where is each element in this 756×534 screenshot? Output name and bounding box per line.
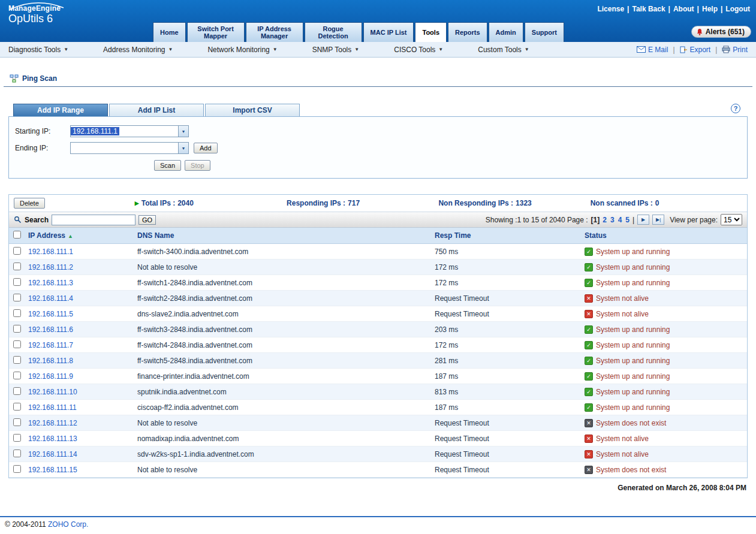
top-link-logout[interactable]: Logout bbox=[725, 5, 750, 13]
stop-button[interactable]: Stop bbox=[185, 160, 210, 171]
column-dns-name[interactable]: DNS Name bbox=[134, 228, 431, 244]
combo-dropdown-icon[interactable]: ▼ bbox=[178, 126, 188, 137]
row-checkbox[interactable] bbox=[13, 372, 21, 379]
last-page-button[interactable]: ▶| bbox=[652, 215, 664, 225]
print-action[interactable]: Print bbox=[722, 46, 748, 54]
top-link-talk-back[interactable]: Talk Back bbox=[632, 5, 665, 13]
row-ip-address[interactable]: 192.168.111.4 bbox=[25, 291, 134, 306]
page-link-2[interactable]: 2 bbox=[603, 216, 607, 224]
nav-tab-mac-ip-list[interactable]: MAC IP List bbox=[363, 22, 414, 42]
go-button[interactable]: GO bbox=[138, 215, 156, 225]
row-resp-time: 172 ms bbox=[431, 337, 581, 353]
row-ip-address[interactable]: 192.168.111.1 bbox=[25, 244, 134, 260]
email-action[interactable]: E Mail bbox=[637, 46, 668, 54]
help-icon[interactable]: ? bbox=[731, 104, 740, 113]
row-ip-address[interactable]: 192.168.111.9 bbox=[25, 369, 134, 384]
row-checkbox[interactable] bbox=[13, 247, 21, 255]
column-label: IP Address bbox=[28, 231, 65, 240]
header-checkbox-cell bbox=[9, 228, 25, 244]
nav-tab-tools[interactable]: Tools bbox=[415, 22, 447, 42]
zoho-link[interactable]: ZOHO Corp. bbox=[48, 520, 88, 529]
row-checkbox[interactable] bbox=[13, 387, 21, 395]
row-checkbox-cell bbox=[9, 275, 25, 291]
row-ip-address[interactable]: 192.168.111.11 bbox=[25, 400, 134, 415]
row-checkbox[interactable] bbox=[13, 434, 21, 442]
row-checkbox[interactable] bbox=[13, 340, 21, 348]
scan-button[interactable]: Scan bbox=[154, 160, 181, 171]
column-ip-address[interactable]: IP Address▲ bbox=[25, 228, 134, 244]
row-ip-address[interactable]: 192.168.111.8 bbox=[25, 353, 134, 369]
row-checkbox[interactable] bbox=[13, 356, 21, 364]
row-ip-address[interactable]: 192.168.111.13 bbox=[25, 431, 134, 446]
view-per-page-select[interactable]: 15 bbox=[721, 214, 742, 225]
nav-tab-switch-port-mapper[interactable]: Switch Port Mapper bbox=[187, 22, 245, 42]
row-status: ✓System up and running bbox=[581, 260, 747, 275]
row-ip-address[interactable]: 192.168.111.10 bbox=[25, 384, 134, 400]
nav-tab-ip-address-manager[interactable]: IP Address Manager bbox=[246, 22, 303, 42]
page-link-3[interactable]: 3 bbox=[610, 216, 615, 224]
top-link-help[interactable]: Help bbox=[702, 5, 718, 13]
menu-diagnostic-tools[interactable]: Diagnostic Tools▼ bbox=[8, 46, 68, 54]
menu-custom-tools[interactable]: Custom Tools▼ bbox=[478, 46, 529, 54]
nav-tab-reports[interactable]: Reports bbox=[448, 22, 487, 42]
search-input[interactable] bbox=[52, 215, 135, 225]
export-action[interactable]: Export bbox=[680, 46, 711, 54]
row-ip-address[interactable]: 192.168.111.3 bbox=[25, 275, 134, 291]
row-status-text: System up and running bbox=[596, 248, 670, 256]
tab-add-ip-range[interactable]: Add IP Range bbox=[13, 104, 108, 116]
status-noexist-icon: ✕ bbox=[585, 419, 593, 427]
add-button[interactable]: Add bbox=[194, 143, 218, 153]
row-ip-address[interactable]: 192.168.111.15 bbox=[25, 462, 134, 478]
row-ip-address[interactable]: 192.168.111.5 bbox=[25, 306, 134, 322]
nav-tab-support[interactable]: Support bbox=[525, 22, 564, 42]
row-checkbox[interactable] bbox=[13, 263, 21, 270]
delete-button[interactable]: Delete bbox=[14, 198, 45, 209]
row-ip-address[interactable]: 192.168.111.7 bbox=[25, 337, 134, 353]
tab-import-csv[interactable]: Import CSV bbox=[205, 104, 300, 116]
starting-ip-value[interactable]: 192.168.111.1 bbox=[71, 127, 119, 135]
row-status: ✓System up and running bbox=[581, 275, 747, 291]
row-checkbox-cell bbox=[9, 244, 25, 260]
column-resp-time[interactable]: Resp Time bbox=[431, 228, 581, 244]
row-ip-address[interactable]: 192.168.111.6 bbox=[25, 322, 134, 337]
menu-network-monitoring[interactable]: Network Monitoring▼ bbox=[207, 46, 277, 54]
row-checkbox[interactable] bbox=[13, 465, 21, 473]
menu-snmp-tools[interactable]: SNMP Tools▼ bbox=[312, 46, 360, 54]
ending-ip-combo[interactable]: ▼ bbox=[70, 142, 189, 154]
email-label: E Mail bbox=[648, 46, 668, 54]
row-ip-address[interactable]: 192.168.111.2 bbox=[25, 260, 134, 275]
top-link-license[interactable]: License bbox=[597, 5, 624, 13]
next-page-button[interactable]: ▶ bbox=[637, 215, 649, 225]
nav-tab-rogue-detection[interactable]: Rogue Detection bbox=[305, 22, 362, 42]
stat-label: Responding IPs : bbox=[287, 199, 345, 207]
row-checkbox[interactable] bbox=[13, 294, 21, 301]
select-all-checkbox[interactable] bbox=[13, 231, 21, 239]
status-noexist-icon: ✕ bbox=[585, 466, 593, 474]
page-link-4[interactable]: 4 bbox=[618, 216, 622, 224]
row-ip-address[interactable]: 192.168.111.14 bbox=[25, 446, 134, 462]
nav-tab-admin[interactable]: Admin bbox=[489, 22, 523, 42]
menu-address-monitoring[interactable]: Address Monitoring▼ bbox=[103, 46, 173, 54]
row-dns-name: sputnik.india.adventnet.com bbox=[134, 384, 431, 400]
row-checkbox[interactable] bbox=[13, 449, 21, 457]
row-checkbox[interactable] bbox=[13, 309, 21, 317]
combo-dropdown-icon[interactable]: ▼ bbox=[178, 143, 188, 153]
starting-ip-combo[interactable]: 192.168.111.1 ▼ bbox=[70, 125, 189, 137]
alerts-label: Alerts (651) bbox=[706, 28, 745, 36]
top-link-about[interactable]: About bbox=[673, 5, 694, 13]
tab-add-ip-list[interactable]: Add IP List bbox=[109, 104, 204, 116]
ending-ip-value[interactable] bbox=[71, 144, 178, 152]
nav-tab-home[interactable]: Home bbox=[153, 22, 186, 42]
row-checkbox[interactable] bbox=[13, 278, 21, 286]
row-checkbox[interactable] bbox=[13, 418, 21, 426]
menu-cisco-tools[interactable]: CISCO Tools▼ bbox=[394, 46, 443, 54]
page-link-5[interactable]: 5 bbox=[625, 216, 630, 224]
row-checkbox[interactable] bbox=[13, 325, 21, 333]
row-ip-address[interactable]: 192.168.111.12 bbox=[25, 415, 134, 431]
page-footer: © 2004-2011 ZOHO Corp. bbox=[0, 516, 756, 534]
row-status: ✕System not alive bbox=[581, 306, 747, 322]
row-dns-name: nomadixap.india.adventnet.com bbox=[134, 431, 431, 446]
alerts-badge[interactable]: Alerts (651) bbox=[691, 26, 751, 38]
row-checkbox[interactable] bbox=[13, 403, 21, 411]
column-status[interactable]: Status bbox=[581, 228, 747, 244]
